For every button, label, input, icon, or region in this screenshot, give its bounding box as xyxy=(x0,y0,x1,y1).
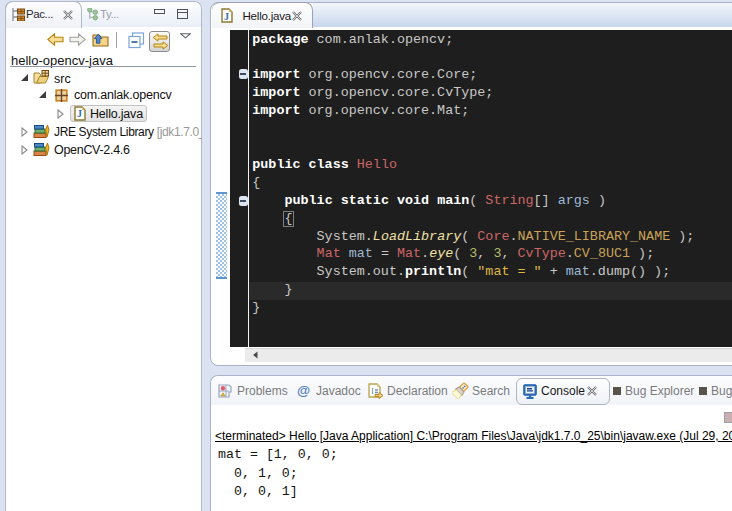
svg-text:J: J xyxy=(224,11,229,22)
svg-text:J: J xyxy=(77,108,82,119)
